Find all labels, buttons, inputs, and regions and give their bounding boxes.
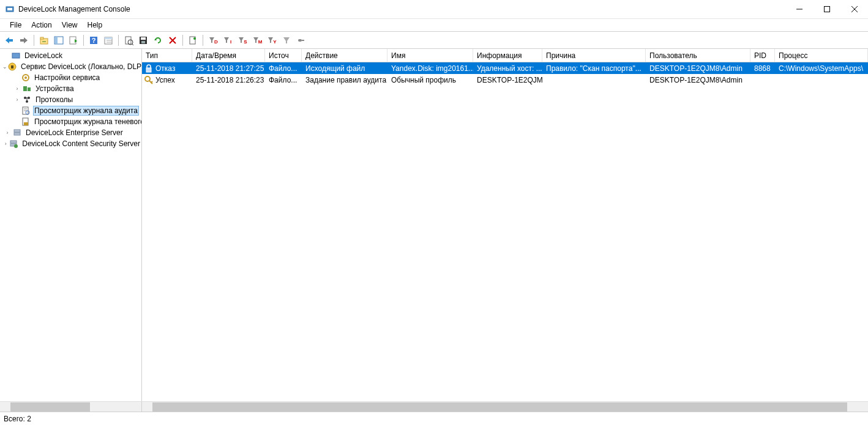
svg-rect-66 [14,130,20,132]
svg-marker-39 [239,37,244,43]
col-info[interactable]: Информация [473,49,542,62]
menu-view[interactable]: View [57,20,83,31]
tree-node-enterprise[interactable]: › DeviceLock Enterprise Server [0,127,141,138]
col-name[interactable]: Имя [387,49,473,62]
tree-node-content-security[interactable]: › DeviceLock Content Security Server [0,138,141,149]
up-level-button[interactable] [37,34,51,47]
menu-help[interactable]: Help [83,20,108,31]
status-total: Всего: 2 [4,415,31,423]
cell-type: Отказ [142,64,192,73]
svg-text:D: D [214,39,218,44]
svg-rect-29 [141,41,145,43]
list-header: Тип Дата/Время Источ Действие Имя Информ… [142,49,868,62]
svg-line-26 [132,44,133,45]
list-horizontal-scrollbar[interactable] [142,401,868,412]
cell-info: Удаленный хост: ... [473,64,542,73]
table-row[interactable]: Успех25-11-2018 21:26:23Файло...Задание … [142,74,868,86]
window-controls [785,0,868,18]
svg-rect-47 [302,40,304,41]
refresh-button[interactable] [151,34,165,47]
nav-forward-button[interactable] [17,34,31,47]
col-pid[interactable]: PID [750,49,775,62]
filter-yi-button[interactable]: I [221,34,234,47]
audit-log-icon [21,106,31,116]
protocols-icon [22,95,32,105]
cell-reason: Правило: "Скан паспорта"... [542,64,646,73]
tree-node-root[interactable]: DeviceLock [0,50,141,61]
expander-icon[interactable]: › [2,130,12,136]
svg-marker-43 [268,37,273,43]
menu-action[interactable]: Action [26,20,56,31]
cell-action: Задание правил аудита [302,76,387,84]
svg-rect-67 [14,133,20,135]
tree-node-shadow-viewer[interactable]: Просмотрщик журнала теневого [0,116,141,127]
export-list-button[interactable] [67,34,80,47]
tree-node-settings[interactable]: Настройки сервиса [0,72,141,83]
save-button[interactable] [137,34,150,47]
table-row[interactable]: Отказ25-11-2018 21:27:25Файло...Исходящи… [142,62,868,74]
help-button[interactable]: ? [87,34,100,47]
success-key-icon [144,75,154,85]
delete-button[interactable] [166,34,179,47]
filter-yd-button[interactable]: D [206,34,220,47]
tree-node-devices[interactable]: › Устройства [0,83,141,94]
main-area: DeviceLock ⌄ Сервис DeviceLock (Локально… [0,49,868,401]
service-lock-icon [7,62,17,72]
col-user[interactable]: Пользователь [646,49,750,62]
col-action[interactable]: Действие [302,49,387,62]
scrollbar-thumb[interactable] [10,402,90,412]
scrollbar-row [0,401,868,412]
cell-datetime: 25-11-2018 21:27:25 [192,64,265,73]
col-source[interactable]: Источ [265,49,302,62]
open-log-button[interactable] [122,34,135,47]
menu-file[interactable]: File [5,20,26,31]
col-process[interactable]: Процесс [775,49,868,62]
connect-button[interactable] [294,34,308,47]
svg-rect-7 [9,39,13,42]
expander-icon[interactable]: ⌄ [2,64,7,70]
nav-back-button[interactable] [2,34,16,47]
expander-icon[interactable]: › [12,97,22,103]
tree[interactable]: DeviceLock ⌄ Сервис DeviceLock (Локально… [0,49,141,401]
svg-rect-54 [28,87,31,91]
show-hide-tree-button[interactable] [52,34,65,47]
gear-icon [21,73,31,83]
cell-datetime: 25-11-2018 21:26:23 [192,76,265,84]
svg-text:S: S [244,39,247,44]
svg-rect-65 [24,122,28,125]
svg-point-34 [193,37,196,40]
filter-ym-button[interactable]: M [250,34,264,47]
col-datetime[interactable]: Дата/Время [192,49,265,62]
svg-marker-35 [209,37,214,43]
list-pane: Тип Дата/Время Источ Действие Имя Информ… [142,49,868,401]
maximize-button[interactable] [813,0,840,18]
close-button[interactable] [840,0,868,18]
filter-yy-button[interactable]: Y [265,34,279,47]
scrollbar-thumb[interactable] [152,402,847,412]
cell-name: Yandex.Disk: img20161... [387,64,473,73]
filter-funnel-button[interactable] [280,34,293,47]
list-body[interactable]: Отказ25-11-2018 21:27:25Файло...Исходящи… [142,62,868,401]
cell-source: Файло... [265,76,302,84]
tree-horizontal-scrollbar[interactable] [0,401,142,412]
col-type[interactable]: Тип [142,49,192,62]
svg-rect-1 [7,8,12,10]
minimize-button[interactable] [785,0,813,18]
server-icon [12,128,22,138]
cell-info: DESKTOP-1E2QJM8 [473,76,542,84]
statusbar: Всего: 2 [0,412,868,425]
tree-node-audit-viewer[interactable]: Просмотрщик журнала аудита [0,105,141,116]
svg-rect-28 [141,37,146,40]
calendar-button[interactable] [102,34,115,47]
expander-icon[interactable]: › [2,141,9,147]
svg-point-70 [14,144,18,148]
cell-action: Исходящий файл [302,64,387,73]
tree-node-protocols[interactable]: › Протоколы [0,94,141,105]
cell-source: Файло... [265,64,302,73]
document-button[interactable] [186,34,200,47]
filter-ys-button[interactable]: S [236,34,249,47]
svg-rect-71 [146,68,151,72]
expander-icon[interactable]: › [12,86,22,92]
col-reason[interactable]: Причина [542,49,646,62]
tree-node-service[interactable]: ⌄ Сервис DeviceLock (Локально, DLP) [0,61,141,72]
